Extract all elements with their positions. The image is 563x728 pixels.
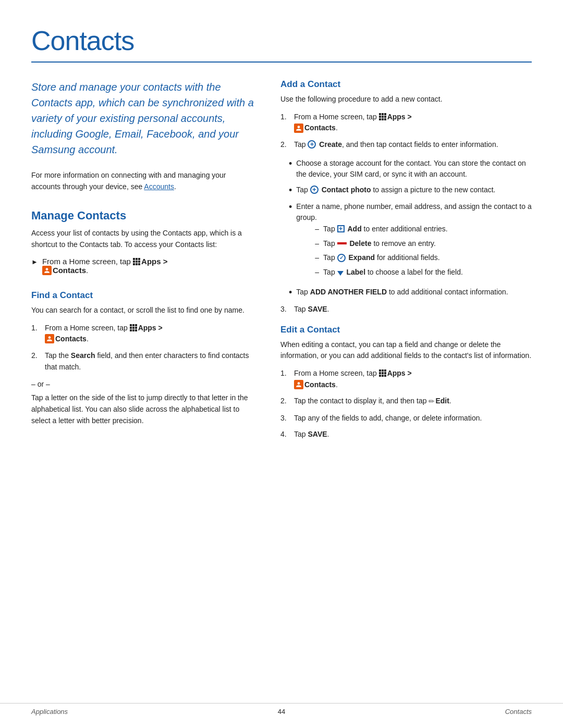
dash-label: – Tap Label to choose a label for the fi… — [315, 267, 532, 278]
edit-contact-heading: Edit a Contact — [280, 325, 532, 335]
contacts-label-manage: Contacts — [53, 266, 86, 275]
apps-grid-icon-add1 — [379, 113, 386, 120]
edit-contact-intro: When editing a contact, you can tap a fi… — [280, 339, 532, 362]
find-contact-body: You can search for a contact, or scroll … — [31, 305, 255, 316]
add-bullet-4: • Tap ADD ANOTHER FIELD to add additiona… — [289, 287, 532, 299]
dash-icon-label: – — [315, 267, 319, 278]
bullet-dot-2: • — [289, 184, 292, 196]
bullet-dot-3: • — [289, 201, 292, 213]
edit-step-3: 3. Tap any of the fields to add, change,… — [280, 413, 532, 424]
edit-step-4-num: 4. — [280, 429, 291, 440]
create-plus-icon: + — [308, 140, 316, 149]
dash-expand: – Tap ✓ Expand for additional fields. — [315, 252, 532, 264]
find-step-2-text: Tap the Search field, and then enter cha… — [45, 350, 255, 373]
add-contact-heading: Add a Contact — [280, 79, 532, 90]
right-column: Add a Contact Use the following procedur… — [280, 79, 532, 448]
apps-grid-icon-find1 — [130, 324, 137, 331]
add-step-1-num: 1. — [280, 112, 291, 123]
add-bullet-1: • Choose a storage account for the conta… — [289, 158, 532, 180]
sub-dash-list: – Tap + Add to enter additional entries.… — [315, 224, 532, 278]
add-contact-intro: Use the following procedure to add a new… — [280, 94, 532, 105]
manage-step-text: From a Home screen, tap Apps > Contacts. — [42, 257, 168, 276]
add-step-3: 3. Tap SAVE. — [280, 304, 532, 315]
add-step-2-num: 2. — [280, 139, 291, 151]
add-contact-section: Add a Contact Use the following procedur… — [280, 79, 532, 315]
add-bullet-3: • Enter a name, phone number, email addr… — [289, 201, 532, 282]
dash-delete: – Tap Delete to remove an entry. — [315, 238, 532, 250]
edit-contact-steps: 1. From a Home screen, tap Apps > Contac… — [280, 368, 532, 440]
find-step-2-num: 2. — [31, 350, 42, 362]
manage-contacts-heading: Manage Contacts — [31, 209, 255, 223]
edit-step-2: 2. Tap the contact to display it, and th… — [280, 396, 532, 407]
edit-step-1: 1. From a Home screen, tap Apps > Contac… — [280, 368, 532, 390]
dash-add: – Tap + Add to enter additional entries. — [315, 224, 532, 235]
expand-check-icon: ✓ — [337, 254, 346, 262]
add-contact-bullets: • Choose a storage account for the conta… — [289, 158, 532, 299]
title-divider — [31, 61, 532, 63]
manage-contacts-section: Manage Contacts Access your list of cont… — [31, 209, 255, 275]
footer-right: Contacts — [505, 708, 532, 715]
arrow-icon: ► — [31, 258, 38, 266]
edit-step-4: 4. Tap SAVE. — [280, 429, 532, 440]
pencil-icon: ✏ — [429, 396, 435, 408]
add-step-1-text: From a Home screen, tap Apps > Contacts. — [294, 112, 412, 134]
accounts-link[interactable]: Accounts — [144, 182, 174, 191]
footer-left: Applications — [31, 708, 68, 715]
dash-icon-expand: – — [315, 252, 319, 264]
edit-step-1-text: From a Home screen, tap Apps > Contacts. — [294, 368, 412, 390]
delete-bar-icon — [337, 242, 347, 244]
apps-grid-icon-edit1 — [379, 369, 386, 377]
intro-text: Store and manage your contacts with the … — [31, 79, 255, 157]
label-arrow-icon — [337, 271, 344, 276]
page-title: Contacts — [31, 25, 532, 56]
or-separator: – or – — [31, 380, 255, 388]
add-step-3-num: 3. — [280, 304, 291, 315]
edit-step-3-num: 3. — [280, 413, 291, 424]
contacts-icon-edit1 — [294, 380, 303, 389]
find-contact-steps: 1. From a Home screen, tap Apps > Contac… — [31, 323, 255, 373]
add-bullet-2: • Tap + Contact photo to assign a pictur… — [289, 184, 532, 196]
find-step-1-text: From a Home screen, tap Apps > Contacts. — [45, 323, 163, 345]
edit-step-1-num: 1. — [280, 368, 291, 379]
bullet-dot-1: • — [289, 158, 292, 170]
dash-add-icon: + — [337, 225, 345, 232]
find-contact-section: Find a Contact You can search for a cont… — [31, 290, 255, 427]
edit-step-2-num: 2. — [280, 396, 291, 407]
contacts-icon-add1 — [294, 124, 303, 133]
add-step-2: 2. Tap + Create, and then tap contact fi… — [280, 139, 532, 151]
manage-contacts-body: Access your list of contacts by using th… — [31, 228, 255, 250]
add-step-2-text: Tap + Create, and then tap contact field… — [294, 139, 498, 151]
manage-arrow-item: ► From a Home screen, tap Apps > Contact… — [31, 257, 255, 276]
two-column-layout: Store and manage your contacts with the … — [31, 79, 532, 448]
edit-contact-section: Edit a Contact When editing a contact, y… — [280, 325, 532, 440]
contacts-icon — [42, 266, 52, 275]
find-alpha-text: Tap a letter on the side of the list to … — [31, 392, 255, 426]
add-step3-list: 3. Tap SAVE. — [280, 304, 532, 315]
dash-icon-delete: – — [315, 238, 319, 250]
bullet-dot-4: • — [289, 287, 292, 299]
footer-center: 44 — [278, 708, 285, 715]
intro-note: For more information on connecting with … — [31, 170, 255, 192]
page-container: Contacts Store and manage your contacts … — [0, 0, 563, 479]
apps-grid-icon — [133, 258, 140, 265]
contact-photo-plus-icon: + — [310, 186, 319, 194]
contacts-icon-find1 — [45, 334, 54, 343]
footer: Applications 44 Contacts — [0, 703, 563, 715]
add-contact-steps: 1. From a Home screen, tap Apps > Contac… — [280, 112, 532, 151]
dash-icon-add: – — [315, 224, 319, 235]
left-column: Store and manage your contacts with the … — [31, 79, 255, 448]
find-step-1: 1. From a Home screen, tap Apps > Contac… — [31, 323, 255, 345]
find-contact-heading: Find a Contact — [31, 290, 255, 301]
add-step-1: 1. From a Home screen, tap Apps > Contac… — [280, 112, 532, 134]
find-step-1-num: 1. — [31, 323, 42, 334]
find-step-2: 2. Tap the Search field, and then enter … — [31, 350, 255, 373]
apps-label: Apps > — [141, 257, 167, 266]
